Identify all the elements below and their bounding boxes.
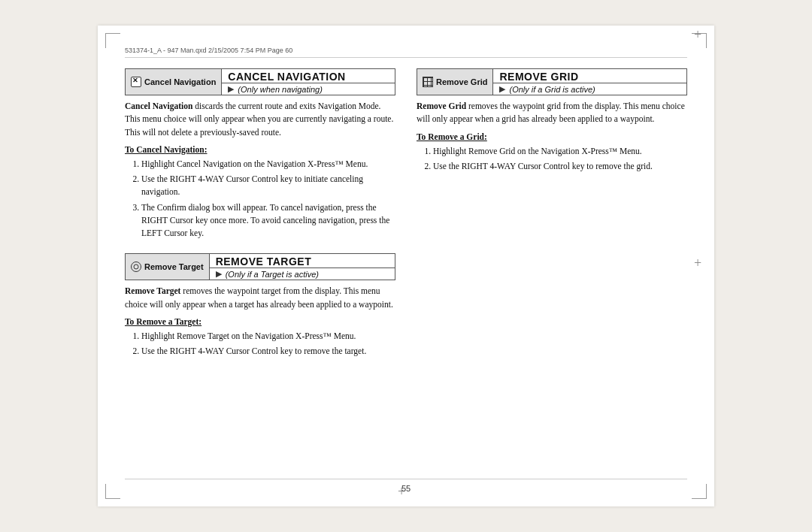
remove-target-step-1: Highlight Remove Target on the Navigatio…	[141, 330, 395, 343]
remove-grid-subtitle: (Only if a Grid is active)	[509, 85, 595, 94]
remove-grid-header: Remove Grid REMOVE GRID ▶ (Only if a Gri…	[417, 68, 687, 95]
cancel-navigation-body: Cancel Navigation discards the current r…	[125, 100, 395, 139]
remove-grid-icon-box: Remove Grid	[417, 69, 493, 95]
page: 531374-1_A - 947 Man.qxd 2/15/2005 7:54 …	[98, 26, 714, 506]
page-header: 531374-1_A - 947 Man.qxd 2/15/2005 7:54 …	[125, 47, 687, 58]
remove-target-icon-box: Remove Target	[126, 254, 210, 280]
cancel-navigation-icon-box: Cancel Navigation	[126, 69, 222, 95]
remove-target-subtitle: (Only if a Target is active)	[226, 270, 319, 279]
remove-grid-icon	[423, 77, 433, 87]
remove-target-subtitle-row: ▶ (Only if a Target is active)	[210, 268, 395, 280]
col-left: Cancel Navigation CANCEL NAVIGATION ▶ (O…	[125, 68, 395, 360]
corner-mark-tl	[105, 33, 120, 48]
cancel-navigation-icon	[131, 77, 141, 87]
remove-target-subheading: To Remove a Target:	[125, 317, 395, 326]
remove-grid-step-2: Use the RIGHT 4-WAY Cursor Control key t…	[433, 160, 687, 173]
remove-grid-step-1: Highlight Remove Grid on the Navigation …	[433, 145, 687, 158]
page-footer: 55	[125, 479, 687, 493]
cancel-navigation-arrow: ▶	[228, 84, 234, 94]
remove-grid-steps: Highlight Remove Grid on the Navigation …	[417, 145, 687, 174]
remove-target-step-2: Use the RIGHT 4-WAY Cursor Control key t…	[141, 345, 395, 358]
cancel-navigation-header: Cancel Navigation CANCEL NAVIGATION ▶ (O…	[125, 68, 395, 95]
remove-target-icon-label: Remove Target	[144, 262, 204, 271]
remove-grid-subheading: To Remove a Grid:	[417, 132, 687, 141]
cancel-navigation-title-area: CANCEL NAVIGATION ▶ (Only when navigatin…	[222, 69, 395, 95]
cancel-navigation-step-1: Highlight Cancel Navigation on the Navig…	[141, 158, 395, 171]
cancel-navigation-subtitle-row: ▶ (Only when navigating)	[222, 83, 395, 95]
cancel-navigation-steps: Highlight Cancel Navigation on the Navig…	[125, 158, 395, 240]
corner-mark-bl	[105, 484, 120, 499]
crosshair-center-right	[696, 260, 708, 272]
remove-target-steps: Highlight Remove Target on the Navigatio…	[125, 330, 395, 358]
remove-target-title: REMOVE TARGET	[210, 254, 395, 268]
col-right: Remove Grid REMOVE GRID ▶ (Only if a Gri…	[417, 68, 687, 360]
cancel-navigation-title: CANCEL NAVIGATION	[222, 69, 395, 83]
content-columns: Cancel Navigation CANCEL NAVIGATION ▶ (O…	[125, 68, 687, 360]
remove-target-arrow: ▶	[216, 269, 222, 279]
page-number: 55	[401, 484, 411, 493]
remove-grid-body: Remove Grid removes the waypoint grid fr…	[417, 100, 687, 126]
cancel-navigation-subheading: To Cancel Navigation:	[125, 145, 395, 154]
remove-grid-icon-label: Remove Grid	[436, 77, 487, 86]
remove-grid-title: REMOVE GRID	[493, 69, 686, 83]
header-text: 531374-1_A - 947 Man.qxd 2/15/2005 7:54 …	[125, 47, 292, 54]
remove-grid-arrow: ▶	[499, 84, 505, 94]
remove-target-section: Remove Target REMOVE TARGET ▶ (Only if a…	[125, 253, 395, 358]
cancel-navigation-step-3: The Confirm dialog box will appear. To c…	[141, 201, 395, 240]
corner-mark-br	[692, 484, 707, 499]
cancel-navigation-subtitle: (Only when navigating)	[238, 85, 323, 94]
cancel-navigation-icon-label: Cancel Navigation	[144, 77, 216, 86]
remove-target-icon	[131, 261, 141, 272]
remove-target-title-area: REMOVE TARGET ▶ (Only if a Target is act…	[210, 254, 395, 280]
remove-grid-subtitle-row: ▶ (Only if a Grid is active)	[493, 83, 686, 95]
crosshair-top-right	[696, 32, 708, 44]
remove-target-header: Remove Target REMOVE TARGET ▶ (Only if a…	[125, 253, 395, 280]
remove-grid-title-area: REMOVE GRID ▶ (Only if a Grid is active)	[493, 69, 686, 95]
remove-target-body: Remove Target removes the waypoint targe…	[125, 285, 395, 311]
cancel-navigation-step-2: Use the RIGHT 4-WAY Cursor Control key t…	[141, 173, 395, 199]
